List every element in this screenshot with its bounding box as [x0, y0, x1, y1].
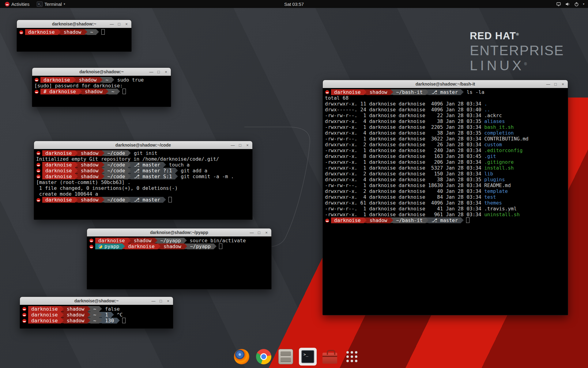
window-titlebar[interactable]: darknoise@shadow:~ — □ × — [32, 68, 171, 76]
minimize-button[interactable]: — — [150, 298, 156, 304]
window-titlebar[interactable]: darknoise@shadow:~/code — □ × — [34, 141, 252, 149]
dock-toolbox-icon[interactable] — [321, 348, 339, 366]
maximize-button[interactable]: □ — [158, 298, 164, 304]
terminal-cursor — [101, 29, 105, 35]
powerline-separator-icon — [88, 312, 90, 317]
prompt-segment-user: darknoise — [125, 243, 158, 249]
terminal-icon: >_ — [301, 350, 314, 363]
window-title: darknoise@shadow:~ — [74, 298, 119, 303]
terminal-content[interactable]: darknoiseshadow~ — [17, 28, 131, 52]
powerline-separator-icon — [117, 89, 120, 94]
chevron-down-icon[interactable]: ▾ — [583, 2, 584, 6]
terminal-line: create mode 100644 a — [36, 191, 250, 197]
terminal-text: Initialized empty Git repository in /hom… — [36, 156, 219, 162]
powerline-separator-icon — [155, 238, 157, 243]
terminal-text: . — [484, 101, 487, 107]
powerline-separator-icon — [96, 29, 99, 35]
window-titlebar[interactable]: darknoise@shadow:~/bash-it — □ × — [323, 80, 568, 88]
minimize-button[interactable]: — — [545, 81, 551, 87]
brand-linux: LINUX — [470, 58, 524, 73]
terminal-line: -rwxrwxr-x. 1 darknoise darknoise 5327 J… — [325, 165, 566, 171]
terminal-window-sudo: darknoise@shadow:~ — □ × darknoiseshadow… — [32, 67, 171, 107]
prompt-segment-host: shadow — [367, 217, 390, 223]
maximize-button[interactable]: □ — [116, 21, 122, 27]
terminal-line: darknoiseshadow~/bash-it⎇ master — [325, 217, 566, 223]
window-title: darknoise@shadow:~/pyapp — [150, 230, 208, 235]
maximize-button[interactable]: □ — [256, 229, 262, 236]
minimize-button[interactable]: — — [230, 142, 236, 148]
dock-firefox-icon[interactable] — [233, 348, 251, 366]
terminal-cursor — [466, 217, 469, 223]
maximize-button[interactable]: □ — [156, 69, 162, 75]
prompt-segment-path: ~/code — [104, 168, 128, 174]
terminal-line: darknoiseshadow~/code git init — [36, 150, 250, 156]
dock-chrome-icon[interactable] — [255, 348, 273, 366]
activities-button[interactable]: Activities — [2, 0, 32, 8]
window-titlebar[interactable]: darknoise@shadow:~ — □ × — [17, 20, 131, 28]
display-icon[interactable] — [556, 2, 561, 7]
close-button[interactable]: × — [560, 81, 566, 87]
window-titlebar[interactable]: darknoise@shadow:~ — □ × — [20, 297, 173, 305]
terminal-text: [master (root-commit) 50bcb63] . — [36, 179, 130, 185]
terminal-text: .gitignore — [484, 159, 514, 165]
prompt-segment-user: darknoise — [331, 89, 364, 95]
close-button[interactable]: × — [123, 21, 130, 27]
prompt-segment-user: darknoise — [40, 77, 73, 83]
powerline-separator-icon — [99, 312, 102, 317]
terminal-line: [master (root-commit) 50bcb63] . — [36, 179, 250, 185]
prompt-segment-host: shadow — [64, 312, 88, 318]
app-menu-terminal[interactable]: >_ Terminal ▾ — [34, 0, 68, 8]
prompt-segment-user: darknoise — [42, 168, 75, 174]
clock[interactable]: Sat 03:57 — [281, 0, 307, 8]
terminal-line: drwxrwxr-x. 2 darknoise darknoise 40 Jan… — [325, 188, 566, 194]
dock-terminal-icon[interactable]: >_ — [299, 348, 317, 366]
terminal-window-pyapp: darknoise@shadow:~/pyapp — □ × darknoise… — [87, 228, 272, 289]
dock-files-icon[interactable] — [277, 348, 295, 366]
close-button[interactable]: × — [263, 229, 270, 236]
powerline-separator-icon — [75, 197, 78, 202]
prompt-segment-path: ~ — [90, 318, 100, 324]
files-icon — [278, 349, 293, 364]
redhat-prompt-icon — [22, 307, 26, 311]
close-button[interactable]: × — [165, 298, 171, 304]
terminal-content[interactable]: darknoiseshadow~/code git initInitialize… — [34, 149, 252, 220]
minimize-button[interactable]: — — [109, 21, 115, 27]
prompt-segment-path: ~ — [87, 29, 96, 35]
close-button[interactable]: × — [244, 142, 251, 148]
terminal-content[interactable]: darknoiseshadow~/bash-it⎇ master ls -lat… — [323, 88, 568, 315]
terminal-line: drwxrwxr-x. 2 darknoise darknoise 26 Jan… — [325, 142, 566, 148]
close-button[interactable]: × — [163, 69, 169, 75]
redhat-prompt-icon — [36, 151, 40, 155]
terminal-line: darknoiseshadow~ — [19, 29, 129, 35]
powerline-separator-icon — [117, 318, 120, 323]
volume-icon[interactable] — [565, 2, 570, 7]
prompt-segment-user: darknoise — [42, 150, 75, 156]
terminal-line: drwxrwxr-x. 11 darknoise darknoise 4096 … — [325, 101, 566, 107]
terminal-line: -rwxrwxr-x. 1 darknoise darknoise 240 Ja… — [325, 148, 566, 153]
terminal-line: darknoiseshadow~/bash-it⎇ master ls -la — [325, 89, 566, 95]
minimize-button[interactable]: — — [148, 69, 154, 75]
terminal-text: .. — [484, 107, 490, 113]
terminal-text: .git — [484, 153, 496, 159]
terminal-line: drwxrwxr-x. 2 darknoise darknoise 150 Ja… — [325, 171, 566, 177]
terminal-content[interactable]: darknoiseshadow~/pyapp source bin/activa… — [87, 236, 271, 289]
maximize-button[interactable]: □ — [552, 81, 559, 87]
window-titlebar[interactable]: darknoise@shadow:~/pyapp — □ × — [87, 228, 271, 237]
power-icon[interactable] — [574, 2, 579, 7]
prompt-segment-user: darknoise — [25, 29, 58, 35]
dock-app-grid-icon[interactable] — [343, 348, 361, 366]
redhat-prompt-icon — [22, 319, 26, 323]
minimize-button[interactable]: — — [249, 229, 255, 236]
terminal-text: create mode 100644 a — [36, 191, 98, 197]
terminal-content[interactable]: darknoiseshadow~ sudo true[sudo] passwor… — [32, 76, 171, 107]
prompt-segment-host: shadow — [78, 150, 102, 156]
maximize-button[interactable]: □ — [237, 142, 243, 148]
terminal-content[interactable]: darknoiseshadow~ falsedarknoiseshadow~1 … — [20, 305, 173, 328]
terminal-text: drwxrwxr-x. 11 darknoise darknoise 4096 … — [325, 101, 484, 107]
terminal-text: template — [484, 188, 508, 194]
terminal-text: drwxrwxr-x. 2 darknoise darknoise 40 Jan… — [325, 188, 484, 194]
redhat-prompt-icon — [35, 90, 39, 94]
terminal-text: drwxrwxr-x. 2 darknoise darknoise 26 Jan… — [325, 142, 484, 148]
prompt-segment-host: shadow — [160, 243, 184, 249]
terminal-text: uninstall.sh — [484, 212, 520, 217]
